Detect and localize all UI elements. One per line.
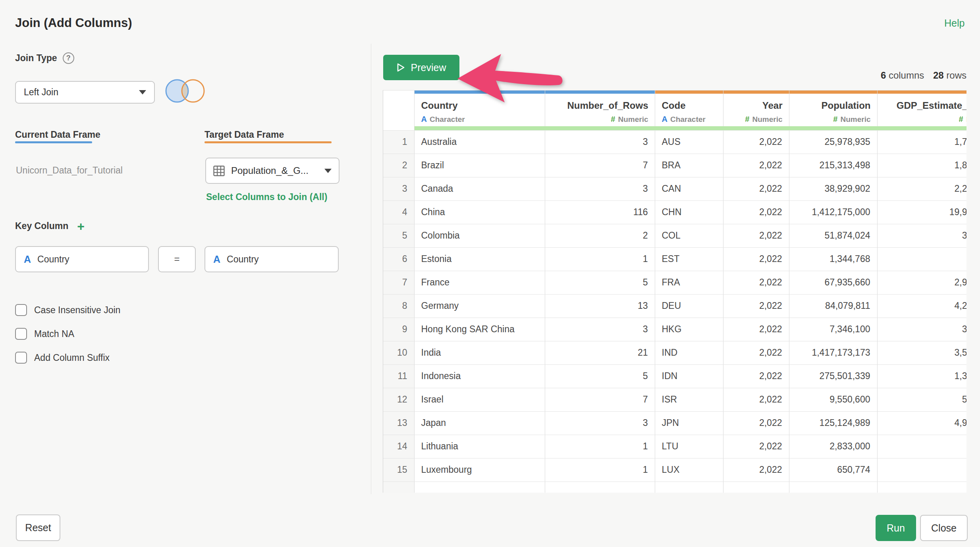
page-title: Join (Add Columns)	[15, 16, 132, 30]
column-type: ACharacter	[421, 115, 538, 124]
cell-year	[723, 482, 789, 493]
panel-divider	[371, 44, 371, 494]
column-header-year[interactable]: Year#Numeric	[723, 91, 789, 126]
option-match-na: Match NA	[15, 327, 74, 340]
cell-code: COL	[655, 224, 723, 247]
column-type: #Numeric	[884, 115, 967, 124]
cell-gdp-estimate: 3,5	[877, 341, 966, 364]
numeric-type-icon: #	[611, 115, 615, 123]
column-header-population[interactable]: Population#Numeric	[789, 91, 877, 126]
preview-table-viewport: CountryACharacterNumber_of_Rows#NumericC…	[383, 90, 966, 493]
help-link[interactable]: Help	[944, 17, 965, 29]
cell-year: 2,022	[723, 294, 789, 318]
cell-population: 1,344,768	[789, 247, 877, 271]
column-type: #Numeric	[796, 115, 871, 124]
column-name: Number_of_Rows	[552, 100, 648, 111]
cell-population: 7,346,100	[789, 318, 877, 341]
numeric-type-icon: #	[833, 115, 837, 123]
cell-country: Canada	[414, 177, 545, 200]
column-type: #Numeric	[730, 115, 783, 124]
type-bar-cell	[877, 126, 966, 130]
table-row	[383, 482, 966, 493]
column-header-number-of-rows[interactable]: Number_of_Rows#Numeric	[545, 91, 655, 126]
row-number: 11	[383, 364, 414, 388]
cell-gdp-estimate: 2,2	[877, 177, 966, 200]
table-row: 11Indonesia5IDN2,022275,501,3391,3	[383, 364, 966, 388]
key-column-section: Key Column +	[15, 221, 85, 231]
character-type-icon: A	[24, 254, 31, 265]
target-frame-select[interactable]: Population_&_G...	[205, 158, 340, 184]
numeric-type-icon: #	[745, 115, 749, 123]
reset-button[interactable]: Reset	[16, 514, 60, 541]
cell-country: India	[414, 341, 545, 364]
column-type-label: Numeric	[840, 115, 870, 123]
row-number: 6	[383, 247, 414, 271]
close-button[interactable]: Close	[920, 515, 968, 541]
table-row: 7France5FRA2,02267,935,6602,9	[383, 271, 966, 294]
table-row: 1Australia3AUS2,02225,978,9351,7	[383, 130, 966, 154]
cell-number-of-rows	[545, 482, 655, 493]
type-bar-cell	[789, 126, 877, 130]
cell-code	[655, 482, 723, 493]
target-frame-color-bar	[655, 91, 723, 94]
help-circle-icon[interactable]: ?	[63, 52, 74, 64]
preview-button-label: Preview	[411, 62, 446, 73]
run-button[interactable]: Run	[876, 515, 916, 541]
type-indicator-bar	[383, 126, 966, 130]
cell-population: 2,833,000	[789, 435, 877, 458]
cell-population	[789, 482, 877, 493]
column-header-country[interactable]: CountryACharacter	[414, 91, 545, 126]
cell-gdp-estimate: 2,9	[877, 271, 966, 294]
column-type-label: Numeric	[966, 115, 966, 123]
add-column-suffix-checkbox[interactable]	[15, 352, 27, 364]
row-number: 10	[383, 341, 414, 364]
column-name: Country	[421, 100, 538, 111]
cell-gdp-estimate: 4,2	[877, 294, 966, 318]
type-bar-corner	[383, 126, 414, 130]
select-columns-link[interactable]: Select Columns to Join (All)	[206, 192, 327, 202]
cell-gdp-estimate: 5	[877, 388, 966, 411]
column-header-gdp-estimate[interactable]: GDP_Estimate_#Numeric	[877, 91, 966, 126]
cell-code: IDN	[655, 364, 723, 388]
cell-country	[414, 482, 545, 493]
join-type-select[interactable]: Left Join	[15, 81, 155, 104]
current-frame-underline	[15, 141, 92, 143]
character-type-icon: A	[421, 115, 427, 123]
numeric-type-icon: #	[959, 115, 963, 123]
columns-word: columns	[889, 70, 924, 81]
cell-number-of-rows: 13	[545, 294, 655, 318]
target-frame-selected-value: Population_&_G...	[231, 165, 309, 176]
cell-gdp-estimate: 1,8	[877, 154, 966, 177]
table-row: 9Hong Kong SAR China3HKG2,0227,346,1003	[383, 318, 966, 341]
target-frame-color-bar	[789, 91, 877, 94]
column-header-code[interactable]: CodeACharacter	[655, 91, 723, 126]
option-label: Case Insensitive Join	[34, 305, 120, 316]
target-frame-label: Target Data Frame	[204, 129, 284, 140]
cell-country: Colombia	[414, 224, 545, 247]
row-number: 15	[383, 458, 414, 482]
cell-code: EST	[655, 247, 723, 271]
cell-number-of-rows: 3	[545, 318, 655, 341]
case-insensitive-checkbox[interactable]	[15, 304, 27, 316]
key-column-left-select[interactable]: A Country	[15, 246, 149, 272]
cell-gdp-estimate	[877, 435, 966, 458]
cell-population: 51,874,024	[789, 224, 877, 247]
row-number: 2	[383, 154, 414, 177]
key-column-right-select[interactable]: A Country	[204, 246, 339, 272]
cell-country: Brazil	[414, 154, 545, 177]
cell-year: 2,022	[723, 224, 789, 247]
cell-year: 2,022	[723, 271, 789, 294]
table-row: 14Lithuania1LTU2,0222,833,000	[383, 435, 966, 458]
row-number: 9	[383, 318, 414, 341]
cell-number-of-rows: 1	[545, 435, 655, 458]
preview-button[interactable]: Preview	[383, 55, 459, 80]
cell-gdp-estimate: 3	[877, 224, 966, 247]
type-bar-cell	[414, 126, 545, 130]
match-na-checkbox[interactable]	[15, 328, 27, 340]
cell-country: Indonesia	[414, 364, 545, 388]
add-key-column-icon[interactable]: +	[77, 221, 85, 231]
cell-number-of-rows: 5	[545, 364, 655, 388]
cell-number-of-rows: 7	[545, 388, 655, 411]
table-row: 3Canada3CAN2,02238,929,9022,2	[383, 177, 966, 200]
join-type-selected-value: Left Join	[24, 87, 58, 98]
